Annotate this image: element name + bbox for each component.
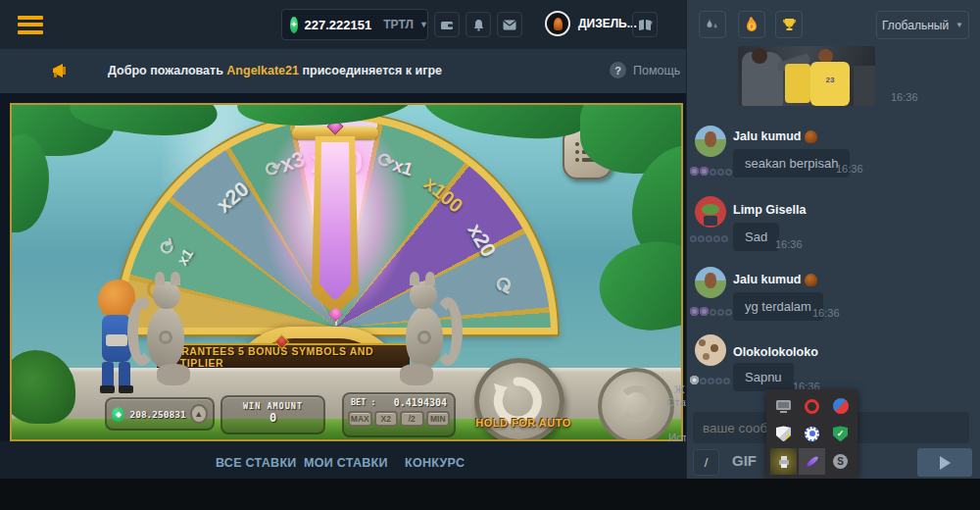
level-dots [690, 371, 731, 388]
welcome-message: Добро пожаловать Angelkate21 присоединяе… [108, 64, 442, 77]
bet-value: 0.4194304 [394, 397, 447, 408]
avatar[interactable] [695, 334, 726, 366]
message-time: 16:36 [812, 307, 840, 319]
game-canvas: ⟳x1 x20 ⟳x3 x50 ⟳x1 x100 x20 ⟳ GUARANTEE… [10, 103, 683, 441]
level-dots [690, 229, 729, 246]
defender-warning-tray-icon[interactable] [770, 421, 797, 447]
chat-message: yg terdalam [733, 292, 823, 321]
megaphone-icon [51, 62, 71, 79]
bush [10, 350, 75, 424]
stone-spiral-decoration [598, 368, 674, 441]
bets-tab-bar: ВСЕ СТАВКИ МОИ СТАВКИ КОНКУРС [0, 441, 686, 479]
win-amount-box: WIN AMOUNT 0 [220, 395, 325, 434]
balance-value: 227.222151 [305, 18, 372, 32]
skype-tray-icon[interactable]: S [827, 448, 854, 475]
coin-icon: ✦ [290, 17, 298, 33]
chat-message: Sapnu [733, 363, 794, 391]
send-message-button[interactable] [917, 448, 972, 477]
deposit-arrow-button[interactable]: ▲ [190, 404, 208, 424]
avatar [545, 11, 570, 36]
chat-command-button[interactable]: / [693, 449, 719, 476]
bet-min-button[interactable]: MIN [426, 411, 451, 427]
coin-icon: ◆ [112, 407, 124, 422]
message-author: Olokolokoloko [733, 345, 818, 359]
squirrel-statue-right [402, 270, 463, 392]
message-author: Jalu kumud [733, 273, 817, 286]
squirrel-statue-left [127, 270, 188, 392]
avatar[interactable] [695, 126, 726, 157]
balance-pill[interactable]: ✦ 227.222151 ТРТЛ ▼ [281, 9, 428, 40]
book-icon [638, 19, 652, 31]
chat-message: Sad [733, 223, 779, 251]
username: ДИЗЕЛЬ... [578, 17, 637, 30]
chevron-down-icon: ▼ [956, 21, 963, 29]
message-time: 16:36 [836, 163, 863, 175]
wallet-button[interactable] [434, 12, 460, 37]
turkey-emoji-icon [805, 130, 817, 143]
chat-photo-message[interactable]: 23 [738, 46, 875, 106]
chat-channel-label: Глобальный [882, 19, 949, 32]
monitor-tray-icon[interactable] [770, 393, 797, 420]
windows-taskbar: Введите здесь текст для поиска 84 Y Я [0, 479, 980, 510]
bet-half-button[interactable]: /2 [400, 411, 424, 427]
chat-message: seakan berpisah [733, 149, 850, 178]
level-dots [690, 302, 733, 320]
rain-icon [706, 18, 719, 31]
browser-ball-tray-icon[interactable] [827, 393, 854, 420]
bet-double-button[interactable]: X2 [374, 411, 399, 427]
win-amount-value: 0 [222, 411, 323, 425]
game-balance-box: ◆ 208.250831 ▲ [105, 397, 215, 431]
send-arrow-icon [940, 456, 951, 470]
trophy-icon [782, 18, 797, 31]
library-button[interactable] [632, 12, 658, 37]
sword [308, 105, 363, 332]
notifications-button[interactable] [466, 12, 491, 37]
avatar[interactable] [695, 196, 726, 228]
messages-button[interactable] [497, 12, 522, 37]
opera-tray-icon[interactable] [799, 393, 825, 420]
contest-button[interactable] [775, 11, 803, 38]
bonus-banner-text: GUARANTEES 5 BONUS SYMBOLS AND MULTIPLIE… [157, 345, 410, 369]
leaves-decoration [591, 230, 683, 342]
message-time: 16:36 [775, 238, 803, 250]
photo-timestamp: 16:36 [891, 91, 918, 103]
mail-icon [503, 20, 516, 30]
currency-label[interactable]: ТРТЛ [383, 18, 414, 31]
help-label: Помощь [633, 64, 680, 77]
feather-tray-icon[interactable] [799, 448, 825, 475]
rakeback-button[interactable] [738, 11, 765, 38]
hamburger-menu-icon[interactable] [18, 12, 43, 37]
message-author: Limp Gisella [733, 203, 806, 217]
tab-my-bets[interactable]: МОИ СТАВКИ [304, 456, 388, 470]
help-button[interactable]: ? Помощь [610, 62, 680, 78]
bet-box: BET : 0.4194304 MAX X2 /2 MIN [342, 392, 456, 437]
win-amount-label: WIN AMOUNT [222, 401, 323, 411]
question-icon: ? [610, 62, 626, 78]
bell-icon [472, 19, 485, 31]
spin-button[interactable] [474, 358, 564, 441]
jersey-number: 23 [810, 76, 850, 84]
tab-contest[interactable]: КОНКУРС [405, 456, 465, 470]
printer-tray-icon[interactable] [770, 448, 797, 475]
tray-flyout: ✓ S [766, 389, 858, 479]
welcome-suffix: присоединяется к игре [302, 64, 442, 77]
game-balance-value: 208.250831 [129, 409, 185, 420]
welcome-username[interactable]: Angelkate21 [226, 64, 299, 77]
shield-check-tray-icon[interactable]: ✓ [827, 421, 854, 447]
level-dots [690, 162, 733, 179]
chat-channel-select[interactable]: Глобальный ▼ [876, 11, 969, 39]
media-ring-tray-icon[interactable] [799, 421, 825, 447]
gif-button[interactable]: GIF [732, 452, 757, 469]
welcome-prefix: Добро пожаловать [108, 64, 223, 77]
turkey-emoji-icon [805, 274, 817, 286]
avatar[interactable] [695, 267, 726, 298]
message-author: Jalu kumud [733, 129, 817, 143]
top-bar: ✦ 227.222151 ТРТЛ ▼ ДИЗЕЛЬ... ▼ [0, 0, 686, 49]
tab-all-bets[interactable]: ВСЕ СТАВКИ [216, 456, 297, 470]
notification-bar: Добро пожаловать Angelkate21 присоединяе… [0, 49, 686, 93]
bet-max-button[interactable]: MAX [348, 411, 372, 427]
wallet-icon [440, 18, 454, 31]
rain-button[interactable] [699, 11, 726, 38]
fire-icon [745, 17, 759, 32]
bet-label: BET : [351, 397, 376, 408]
